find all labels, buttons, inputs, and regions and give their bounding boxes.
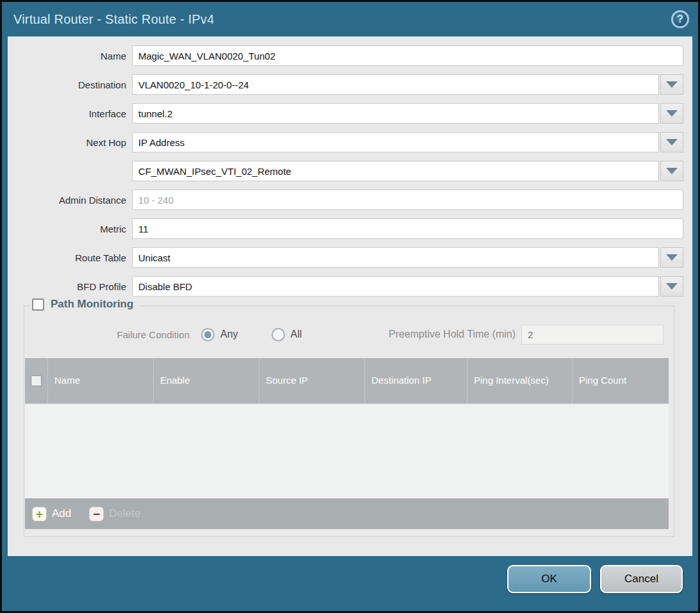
- bfd-profile-input[interactable]: [132, 276, 659, 297]
- next-hop-label: Next Hop: [8, 137, 132, 148]
- failure-condition-all-radio[interactable]: [272, 328, 285, 341]
- delete-button[interactable]: − Delete: [89, 507, 140, 521]
- minus-icon: −: [89, 507, 104, 521]
- metric-input[interactable]: [132, 218, 683, 239]
- table-header-row: Name Enable Source IP Destination IP Pin…: [25, 358, 669, 404]
- form-row-destination: Destination: [8, 74, 683, 95]
- destination-dropdown-button[interactable]: [660, 74, 683, 95]
- add-button[interactable]: + Add: [32, 507, 71, 521]
- form-row-next-hop-address: [8, 161, 683, 181]
- chevron-down-icon: [666, 254, 678, 261]
- header-enable: Enable: [154, 358, 259, 404]
- interface-dropdown-button[interactable]: [660, 103, 683, 124]
- next-hop-type-input[interactable]: [132, 132, 659, 152]
- path-monitoring-section: Path Monitoring Failure Condition Any Al…: [24, 306, 674, 537]
- destination-input[interactable]: [132, 74, 659, 95]
- path-monitoring-title: Path Monitoring: [51, 298, 133, 311]
- path-monitoring-table: Name Enable Source IP Destination IP Pin…: [25, 358, 669, 529]
- next-hop-address-dropdown-button[interactable]: [660, 161, 683, 181]
- chevron-down-icon: [666, 168, 678, 174]
- virtual-router-static-route-dialog: Virtual Router - Static Route - IPv4 ? N…: [0, 0, 700, 613]
- plus-icon: +: [32, 507, 47, 521]
- admin-distance-label: Admin Distance: [8, 195, 132, 206]
- route-table-label: Route Table: [8, 252, 132, 263]
- failure-condition-any-radio[interactable]: [201, 328, 215, 341]
- interface-input[interactable]: [132, 103, 659, 124]
- table-empty-body: [25, 404, 669, 498]
- add-button-label: Add: [52, 507, 71, 520]
- chevron-down-icon: [666, 283, 678, 290]
- destination-label: Destination: [8, 79, 132, 90]
- form-row-admin-distance: Admin Distance: [8, 190, 683, 210]
- ok-button[interactable]: OK: [507, 565, 591, 593]
- failure-condition-row: Failure Condition Any All Preemptive Hol…: [24, 324, 663, 345]
- table-footer-bar: + Add − Delete: [25, 498, 669, 529]
- next-hop-address-input[interactable]: [132, 161, 659, 181]
- dialog-body: Name Destination Interface: [8, 37, 692, 556]
- header-name: Name: [48, 358, 154, 404]
- header-source-ip: Source IP: [259, 358, 365, 404]
- dialog-title: Virtual Router - Static Route - IPv4: [13, 12, 215, 27]
- form-row-interface: Interface: [8, 103, 683, 124]
- form-row-next-hop: Next Hop: [8, 132, 683, 152]
- chevron-down-icon: [666, 110, 678, 117]
- path-monitoring-checkbox[interactable]: [32, 298, 44, 311]
- route-table-dropdown-button[interactable]: [660, 247, 683, 268]
- cancel-button[interactable]: Cancel: [600, 565, 683, 593]
- select-all-checkbox[interactable]: [31, 375, 42, 386]
- metric-label: Metric: [8, 224, 132, 234]
- failure-condition-any-label: Any: [220, 329, 238, 340]
- form-row-metric: Metric: [8, 218, 683, 239]
- delete-button-label: Delete: [109, 507, 140, 520]
- name-label: Name: [8, 51, 132, 61]
- chevron-down-icon: [666, 81, 678, 88]
- form-row-bfd-profile: BFD Profile: [8, 276, 683, 297]
- failure-condition-label: Failure Condition: [24, 329, 192, 340]
- preemptive-hold-time-input[interactable]: [521, 325, 663, 345]
- bfd-profile-dropdown-button[interactable]: [660, 276, 683, 297]
- next-hop-type-dropdown-button[interactable]: [660, 132, 683, 152]
- header-ping-count: Ping Count: [573, 358, 669, 404]
- name-input[interactable]: [132, 45, 683, 66]
- title-bar: Virtual Router - Static Route - IPv4 ?: [2, 2, 698, 37]
- form-row-route-table: Route Table: [8, 247, 683, 268]
- dialog-footer: OK Cancel: [2, 556, 698, 611]
- bfd-profile-label: BFD Profile: [8, 281, 132, 292]
- form-row-name: Name: [8, 45, 683, 66]
- header-select-all-cell: [25, 358, 48, 404]
- preemptive-hold-time-label: Preemptive Hold Time (min): [389, 329, 521, 340]
- header-destination-ip: Destination IP: [365, 358, 468, 404]
- chevron-down-icon: [666, 139, 678, 145]
- static-route-form: Name Destination Interface: [8, 37, 692, 297]
- failure-condition-all-label: All: [291, 329, 302, 340]
- path-monitoring-legend: Path Monitoring: [29, 298, 140, 311]
- help-icon[interactable]: ?: [671, 10, 689, 28]
- interface-label: Interface: [8, 108, 132, 119]
- route-table-input[interactable]: [132, 247, 659, 268]
- admin-distance-input[interactable]: [132, 190, 683, 210]
- header-ping-interval: Ping Interval(sec): [468, 358, 573, 404]
